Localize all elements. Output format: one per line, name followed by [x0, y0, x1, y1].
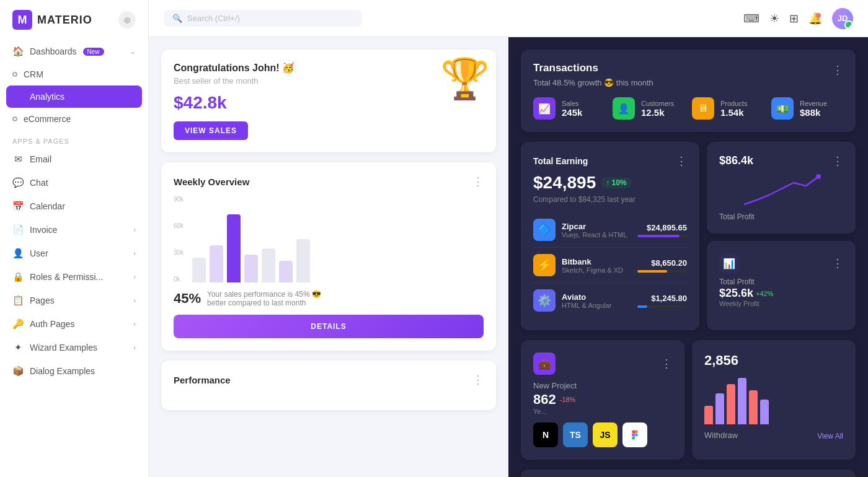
- translate-icon[interactable]: ⌨: [743, 12, 760, 25]
- weekly-profit-change: +42%: [756, 290, 773, 297]
- lock-icon: 🔒: [12, 271, 24, 282]
- weekly-overview-header: Weekly Overview ⋮: [174, 175, 484, 188]
- profit-more-button[interactable]: ⋮: [832, 154, 843, 168]
- transactions-title: Transactions: [533, 62, 598, 74]
- withdraw-label: Withdraw: [704, 431, 738, 440]
- topbar: 🔍 Search (Ctrl+/) ⌨ ☀ ⊞ 🔔 JD: [149, 0, 868, 37]
- performance-card: Performance ⋮: [161, 361, 496, 410]
- zipcar-progress-bar: [637, 235, 680, 237]
- chevron-icon: ⌄: [130, 47, 136, 56]
- revenue-icon: 💵: [776, 103, 789, 115]
- sidebar-item-dashboards[interactable]: 🏠 Dashboards New ⌄: [0, 40, 148, 63]
- sidebar-label-roles: Roles & Permissi...: [30, 272, 103, 282]
- sidebar-item-dialog[interactable]: 📦 Dialog Examples: [0, 359, 148, 383]
- svg-point-0: [816, 174, 821, 179]
- sidebar-item-calendar[interactable]: 📅 Calendar: [0, 195, 148, 218]
- weekly-overview-more-button[interactable]: ⋮: [472, 175, 484, 188]
- w-bar-4: [738, 378, 746, 424]
- sidebar-item-ecommerce[interactable]: eCommerce: [0, 108, 148, 130]
- trans-subtitle-text: Total 48.5% growth 😎 this month: [533, 78, 653, 87]
- congrats-card: Congratulations John! 🥳 Best seller of t…: [161, 50, 496, 152]
- earning-more-button[interactable]: ⋮: [676, 154, 687, 168]
- chevron-user: ›: [133, 249, 136, 258]
- view-sales-button[interactable]: VIEW SALES: [174, 121, 248, 140]
- w-bar-6: [760, 400, 769, 424]
- weekly-profit-card: 📊 ⋮ Total Profit $25.6k +42% Weekly Prof…: [707, 241, 856, 330]
- avatar[interactable]: JD: [832, 8, 853, 29]
- sidebar-item-crm[interactable]: CRM: [0, 63, 148, 85]
- sidebar-item-wizard[interactable]: ✦ Wizard Examples ›: [0, 336, 148, 359]
- avatar-initials: JD: [838, 14, 848, 23]
- transactions-more-button[interactable]: ⋮: [832, 63, 843, 77]
- calendar-icon: 📅: [12, 201, 24, 212]
- search-box[interactable]: 🔍 Search (Ctrl+/): [164, 10, 362, 27]
- earning-growth-badge: ↑ 10%: [601, 177, 631, 188]
- chart-footer: 45% Your sales performance is 45% 😎bette…: [174, 290, 484, 307]
- withdraw-view-all[interactable]: View All: [817, 432, 843, 440]
- earning-title: Total Earning: [533, 156, 588, 166]
- chevron-roles: ›: [133, 273, 136, 281]
- email-icon: ✉: [12, 154, 24, 165]
- aviato-amount: $1,245.80: [637, 294, 687, 303]
- sidebar-item-user[interactable]: 👤 User ›: [0, 242, 148, 265]
- chart-percent: 45%: [174, 291, 201, 307]
- customers-icon-box: 👤: [613, 97, 635, 120]
- profit-chart-header: $86.4k ⋮: [719, 154, 843, 168]
- new-project-change: -18%: [560, 396, 576, 403]
- main-content: 🔍 Search (Ctrl+/) ⌨ ☀ ⊞ 🔔 JD: [149, 0, 868, 477]
- chevron-wizard: ›: [133, 343, 136, 352]
- sidebar-label-auth: Auth Pages: [30, 319, 74, 329]
- zipcar-desc: Vuejs, React & HTML: [562, 231, 631, 239]
- sidebar-label-crm: CRM: [24, 69, 43, 79]
- target-icon[interactable]: ◎: [118, 11, 136, 28]
- bitbank-desc: Sketch, Figma & XD: [562, 266, 631, 274]
- trans-products-value: 1.54k: [720, 107, 747, 118]
- weekly-profit-label: Total Profit: [719, 278, 755, 286]
- sidebar-item-chat[interactable]: 💬 Chat: [0, 171, 148, 195]
- transactions-grid: 📈 Sales 245k 👤 Customers 12.5k: [533, 97, 843, 120]
- congrats-subtitle: Best seller of the month: [174, 76, 484, 85]
- performance-more-button[interactable]: ⋮: [472, 373, 484, 387]
- trans-revenue-value: $88k: [800, 107, 827, 118]
- trans-revenue: 💵 Revenue $88k: [771, 97, 843, 120]
- zipcar-name: Zipcar: [562, 222, 631, 231]
- congrats-amount: $42.8k: [174, 93, 484, 113]
- zipcar-icon: 🔷: [538, 223, 551, 237]
- w-bar-2: [715, 393, 724, 424]
- sidebar-item-invoice[interactable]: 📄 Invoice ›: [0, 218, 148, 242]
- sidebar-item-email[interactable]: ✉ Email: [0, 147, 148, 171]
- trans-revenue-info: Revenue $88k: [800, 100, 827, 118]
- logo-text: MATERIO: [37, 14, 92, 27]
- transactions-subtitle: Total 48.5% growth 😎 this month: [533, 78, 843, 87]
- weekly-profit-more-button[interactable]: ⋮: [832, 256, 843, 270]
- sidebar-item-analytics[interactable]: Analytics: [6, 85, 142, 108]
- new-project-more-button[interactable]: ⋮: [661, 357, 672, 370]
- weekly-overview-title: Weekly Overview: [174, 177, 249, 187]
- chevron-pages: ›: [133, 296, 136, 305]
- bar-6: [279, 261, 293, 282]
- sidebar-logo: M MATERIO ◎: [0, 0, 148, 40]
- profit-line-chart: [719, 170, 843, 208]
- content-right: Transactions ⋮ Total 48.5% growth 😎 this…: [508, 37, 868, 477]
- earning-header: Total Earning ⋮: [533, 154, 687, 168]
- grid-icon[interactable]: ⊞: [789, 12, 799, 25]
- sidebar-item-auth[interactable]: 🔑 Auth Pages ›: [0, 312, 148, 336]
- grid-icon-wrap: ⊞: [789, 12, 799, 25]
- weekly-profit-sub: Weekly Profit: [719, 300, 843, 307]
- new-project-value: 862: [533, 392, 556, 408]
- aviato-info: Aviato HTML & Angular: [562, 292, 631, 309]
- earning-item-bitbank: ⚡ Bitbank Sketch, Figma & XD $8,650.20: [533, 248, 687, 283]
- new-project-value-row: 862 -18%: [533, 392, 672, 408]
- trophy-icon: 🏆: [440, 56, 490, 102]
- congrats-content: Congratulations John! 🥳 Best seller of t…: [174, 62, 484, 140]
- theme-icon[interactable]: ☀: [769, 12, 779, 25]
- earning-amount-display: $24,895 ↑ 10%: [533, 173, 687, 193]
- weekly-profit-info: Total Profit $25.6k +42% Weekly Profit: [719, 276, 843, 307]
- sidebar-item-pages[interactable]: 📋 Pages ›: [0, 289, 148, 312]
- translate-icon-wrap: ⌨: [743, 12, 760, 25]
- weekly-profit-value: $25.6k: [719, 287, 753, 300]
- aviato-logo: ⚙️: [533, 289, 556, 312]
- sidebar-item-roles[interactable]: 🔒 Roles & Permissi... ›: [0, 265, 148, 289]
- details-button[interactable]: DETAILS: [174, 315, 484, 338]
- chart-note: Your sales performance is 45% 😎better co…: [207, 290, 321, 307]
